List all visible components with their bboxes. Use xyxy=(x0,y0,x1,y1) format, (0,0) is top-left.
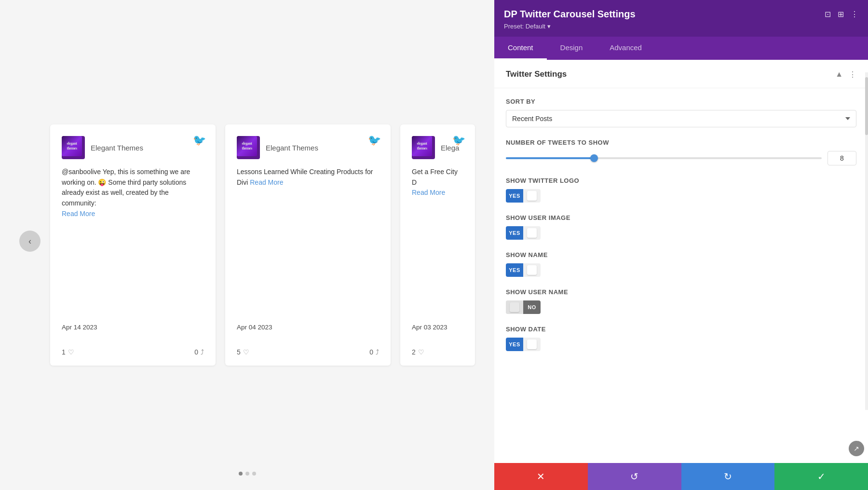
avatar-label-3: elegantthemes xyxy=(417,141,427,150)
num-tweets-group: Number of tweets to show xyxy=(506,139,856,165)
show-name-group: Show Name YES xyxy=(506,251,856,277)
heart-icon-1: ♡ xyxy=(68,348,74,356)
redo-icon: ↻ xyxy=(724,471,732,482)
tweet-text-3: Get a Free City D Read More xyxy=(412,167,463,312)
slider-thumb[interactable] xyxy=(590,154,598,162)
cancel-button[interactable]: ✕ xyxy=(494,463,588,490)
toggle-handle xyxy=(523,189,541,203)
tweet-date-2: Apr 04 2023 xyxy=(237,324,379,331)
avatar-3: elegantthemes xyxy=(412,136,435,159)
cancel-icon: ✕ xyxy=(537,471,545,482)
panel-tabs: Content Design Advanced xyxy=(494,37,868,60)
carousel-dots xyxy=(239,472,256,476)
user-name-2: Elegant Themes xyxy=(266,144,318,152)
show-user-image-toggle[interactable]: YES xyxy=(506,226,856,240)
tab-design[interactable]: Design xyxy=(547,37,597,60)
tweet-footer-3: 2 ♡ xyxy=(412,342,463,356)
section-title: Twitter Settings xyxy=(506,69,567,79)
share-icon-1: ⤴ xyxy=(201,348,204,356)
num-tweets-label: Number of tweets to show xyxy=(506,139,856,146)
read-more-link-2[interactable]: Read More xyxy=(250,178,283,186)
toggle-dot-2 xyxy=(527,228,537,238)
toggle-dot-3 xyxy=(527,265,537,275)
sort-by-select[interactable]: Recent Posts Top Posts xyxy=(506,110,856,127)
tweet-card-3: 🐦 elegantthemes Elega Get a Free City D … xyxy=(400,124,475,366)
show-username-group: Show User Name NO xyxy=(506,288,856,314)
chevron-left-icon: ‹ xyxy=(28,236,31,246)
share-icon-2: ⤴ xyxy=(376,348,379,356)
toggle-off-left xyxy=(506,300,523,314)
expand-icon: ↗ xyxy=(854,445,859,452)
likes-stat-3: 2 ♡ xyxy=(412,348,424,356)
tweet-date-1: Apr 14 2023 xyxy=(62,324,204,331)
toggle-dot-off xyxy=(510,302,519,312)
layout-icon[interactable]: ⊞ xyxy=(838,10,844,19)
read-more-link-3[interactable]: Read More xyxy=(412,189,445,196)
toggle-yes-label-3: YES xyxy=(506,263,523,277)
toggle-handle-2 xyxy=(523,226,541,240)
toggle-yes-label-2: YES xyxy=(506,226,523,240)
undo-icon: ↺ xyxy=(630,471,638,482)
toggle-username[interactable]: NO xyxy=(506,300,541,314)
panel-header-icons: ⊡ ⊞ ⋮ xyxy=(825,10,858,19)
num-tweets-input[interactable] xyxy=(827,151,856,165)
num-tweets-slider-row xyxy=(506,151,856,165)
sort-by-label: Sort By xyxy=(506,98,856,105)
show-name-label: Show Name xyxy=(506,251,856,259)
toggle-dot xyxy=(527,191,537,201)
screenshot-icon[interactable]: ⊡ xyxy=(825,10,831,19)
settings-content: Sort By Recent Posts Top Posts Number of… xyxy=(494,88,868,372)
toggle-no-label: NO xyxy=(523,300,541,314)
show-date-toggle[interactable]: YES xyxy=(506,338,856,351)
panel-title: DP Twitter Carousel Settings xyxy=(504,9,636,20)
read-more-link-1[interactable]: Read More xyxy=(62,210,95,218)
redo-button[interactable]: ↻ xyxy=(681,463,775,490)
avatar-2: elegantthemes xyxy=(237,136,260,159)
collapse-icon[interactable]: ▲ xyxy=(835,70,843,79)
show-username-toggle[interactable]: NO xyxy=(506,300,856,314)
section-more-icon[interactable]: ⋮ xyxy=(849,70,856,79)
tweet-card-1: 🐦 elegantthemes Elegant Themes @sanbooli… xyxy=(50,124,216,366)
num-tweets-slider-track[interactable] xyxy=(506,157,822,159)
twitter-logo-icon-1: 🐦 xyxy=(193,134,206,147)
likes-stat-1: 1 ♡ xyxy=(62,348,74,356)
more-options-icon[interactable]: ⋮ xyxy=(851,10,858,19)
toggle-twitter-logo[interactable]: YES xyxy=(506,189,541,203)
panel-header: DP Twitter Carousel Settings ⊡ ⊞ ⋮ Prese… xyxy=(494,0,868,37)
toggle-handle-4 xyxy=(523,338,541,351)
shares-stat-1: 0 ⤴ xyxy=(194,348,204,356)
toggle-dot-4 xyxy=(527,340,537,349)
corner-expand-button[interactable]: ↗ xyxy=(849,441,864,456)
undo-button[interactable]: ↺ xyxy=(588,463,681,490)
dot-3[interactable] xyxy=(252,472,256,476)
section-header-icons: ▲ ⋮ xyxy=(835,70,856,79)
likes-stat-2: 5 ♡ xyxy=(237,348,249,356)
tweet-text-2: Lessons Learned While Creating Products … xyxy=(237,167,379,312)
show-twitter-logo-toggle[interactable]: YES xyxy=(506,189,856,203)
panel-preset[interactable]: Preset: Default ▾ xyxy=(504,23,858,30)
show-name-toggle[interactable]: YES xyxy=(506,263,856,277)
slider-fill xyxy=(506,157,594,159)
twitter-settings-section: Twitter Settings ▲ ⋮ xyxy=(494,60,868,88)
toggle-date[interactable]: YES xyxy=(506,338,541,351)
toggle-name[interactable]: YES xyxy=(506,263,541,277)
main-content: ‹ 🐦 elegantthemes Elegant Themes @sanboo… xyxy=(0,0,494,490)
show-twitter-logo-group: Show Twitter Logo YES xyxy=(506,177,856,203)
prev-arrow[interactable]: ‹ xyxy=(19,231,41,252)
heart-icon-2: ♡ xyxy=(243,348,249,356)
show-username-label: Show User Name xyxy=(506,288,856,296)
twitter-logo-icon-3: 🐦 xyxy=(452,134,465,147)
shares-stat-2: 0 ⤴ xyxy=(369,348,379,356)
dot-1[interactable] xyxy=(239,472,243,476)
dot-2[interactable] xyxy=(245,472,249,476)
tab-content[interactable]: Content xyxy=(494,37,547,60)
tab-advanced[interactable]: Advanced xyxy=(596,37,655,60)
user-name-1: Elegant Themes xyxy=(91,144,143,152)
avatar-label-1: elegantthemes xyxy=(67,141,77,150)
scrollbar-thumb[interactable] xyxy=(865,77,868,135)
save-button[interactable]: ✓ xyxy=(774,463,868,490)
toggle-user-image[interactable]: YES xyxy=(506,226,541,240)
panel-body: Twitter Settings ▲ ⋮ Sort By Recent Post… xyxy=(494,60,868,463)
show-user-image-group: Show User Image YES xyxy=(506,214,856,240)
show-user-image-label: Show User Image xyxy=(506,214,856,221)
